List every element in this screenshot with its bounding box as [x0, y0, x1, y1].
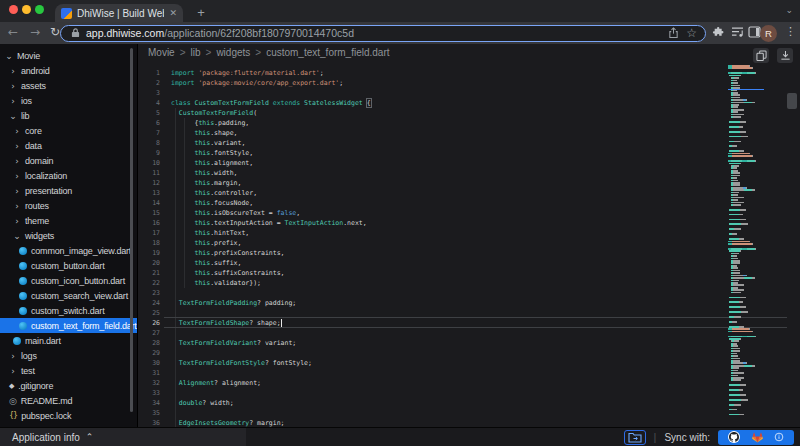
tree-item-common-image-view-dart[interactable]: common_image_view.dart	[0, 243, 137, 258]
editor-scrollbar-thumb[interactable]	[787, 93, 797, 109]
minimap-bar	[733, 80, 737, 82]
tree-item-android[interactable]: ›android	[0, 63, 137, 78]
minimap[interactable]	[728, 65, 764, 422]
tree-item--gitignore[interactable]: ◆.gitignore	[0, 378, 137, 393]
code-line-5[interactable]: 5 CustomTextFormField(	[138, 108, 800, 118]
breadcrumb-item[interactable]: custom_text_form_field.dart	[266, 47, 389, 58]
tree-item-data[interactable]: ›data	[0, 138, 137, 153]
breadcrumb-item[interactable]: lib	[191, 47, 201, 58]
maximize-window-button[interactable]	[35, 5, 44, 14]
code-line-13[interactable]: 13 this.controller,	[138, 188, 800, 198]
tree-item-theme[interactable]: ›theme	[0, 213, 137, 228]
tree-item-movie[interactable]: ⌄Movie	[0, 48, 137, 63]
window-chevron-icon[interactable]: ⌄	[785, 5, 793, 15]
code-line-32[interactable]: 32 Alignment? alignment;	[138, 378, 800, 388]
tree-item-test[interactable]: ›test	[0, 363, 137, 378]
code-line-28[interactable]: 28 TextFormFieldVariant? variant;	[138, 338, 800, 348]
code-token: ? alignment;	[214, 379, 261, 387]
tree-item-presentation[interactable]: ›presentation	[0, 183, 137, 198]
code-line-18[interactable]: 18 this.prefix,	[138, 238, 800, 248]
code-line-2[interactable]: 2import 'package:movie/core/app_export.d…	[138, 78, 800, 88]
tree-item-readme-md[interactable]: ◎README.md	[0, 393, 137, 408]
export-folder-button[interactable]	[624, 430, 646, 445]
line-number: 19	[138, 249, 160, 257]
code-token	[171, 109, 179, 117]
minimap-bar	[747, 72, 755, 74]
new-tab-button[interactable]: +	[192, 4, 210, 22]
address-bar[interactable]: app.dhiwise.com/application/62f208bf1807…	[60, 25, 706, 42]
tree-item-lib[interactable]: ⌄lib	[0, 108, 137, 123]
code-line-29[interactable]: 29	[138, 348, 800, 358]
url-domain: app.dhiwise.com	[86, 27, 164, 39]
bookmark-star-icon[interactable]: ☆	[686, 26, 697, 40]
sync-info-icon[interactable]	[774, 432, 784, 442]
breadcrumb-item[interactable]: widgets	[216, 47, 250, 58]
code-line-33[interactable]: 33	[138, 388, 800, 398]
code-line-23[interactable]: 23	[138, 288, 800, 298]
code-line-11[interactable]: 11 this.width,	[138, 168, 800, 178]
media-controls-icon[interactable]	[731, 26, 744, 38]
close-tab-icon[interactable]: ✕	[169, 8, 177, 18]
code-line-19[interactable]: 19 this.prefixConstraints,	[138, 248, 800, 258]
back-button[interactable]: ←	[8, 25, 18, 39]
gitlab-icon[interactable]	[751, 431, 764, 444]
code-line-4[interactable]: 4class CustomTextFormField extends State…	[138, 98, 800, 108]
tree-item-core[interactable]: ›core	[0, 123, 137, 138]
tree-item-main-dart[interactable]: main.dart	[0, 333, 137, 348]
forward-button[interactable]: →	[30, 25, 40, 39]
code-line-26[interactable]: 26 TextFormFieldShape? shape;	[138, 318, 800, 328]
download-code-button[interactable]	[777, 48, 793, 63]
tree-item-custom-switch-dart[interactable]: custom_switch.dart	[0, 303, 137, 318]
tree-item-logs[interactable]: ›logs	[0, 348, 137, 363]
code-line-3[interactable]: 3	[138, 88, 800, 98]
code-line-24[interactable]: 24 TextFormFieldPadding? padding;	[138, 298, 800, 308]
code-line-16[interactable]: 16 this.textInputAction = TextInputActio…	[138, 218, 800, 228]
code-line-30[interactable]: 30 TextFormFieldFontStyle? fontStyle;	[138, 358, 800, 368]
breadcrumb-item[interactable]: Movie	[148, 47, 175, 58]
extensions-puzzle-icon[interactable]	[712, 26, 725, 39]
code-line-15[interactable]: 15 this.isObscureText = false,	[138, 208, 800, 218]
tree-item-ios[interactable]: ›ios	[0, 93, 137, 108]
tree-item-custom-button-dart[interactable]: custom_button.dart	[0, 258, 137, 273]
minimize-window-button[interactable]	[22, 5, 31, 14]
tree-item-custom-icon-button-dart[interactable]: custom_icon_button.dart	[0, 273, 137, 288]
tree-item-custom-search-view-dart[interactable]: custom_search_view.dart	[0, 288, 137, 303]
browser-menu-icon[interactable]: ⋮	[785, 25, 796, 38]
minimap-bar	[752, 331, 753, 333]
code-line-22[interactable]: 22 this.validator});	[138, 278, 800, 288]
github-icon[interactable]	[728, 431, 740, 443]
code-line-20[interactable]: 20 this.suffix,	[138, 258, 800, 268]
code-line-9[interactable]: 9 this.fontStyle,	[138, 148, 800, 158]
code-line-10[interactable]: 10 this.alignment,	[138, 158, 800, 168]
browser-tab[interactable]: DhiWise | Build Web Apps & M ✕	[55, 4, 183, 22]
lock-icon[interactable]	[71, 28, 80, 38]
code-line-36[interactable]: 36 EdgeInsetsGeometry? margin;	[138, 418, 800, 427]
tree-item-assets[interactable]: ›assets	[0, 78, 137, 93]
profile-avatar[interactable]: R	[760, 25, 777, 42]
copy-code-button[interactable]	[753, 48, 769, 63]
code-line-7[interactable]: 7 this.shape,	[138, 128, 800, 138]
close-window-button[interactable]	[9, 5, 18, 14]
tree-item-localization[interactable]: ›localization	[0, 168, 137, 183]
code-line-35[interactable]: 35	[138, 408, 800, 418]
code-token: CustomTextFormField	[179, 109, 253, 117]
reload-button[interactable]: ↻	[50, 25, 60, 39]
tree-item-pubspec-lock[interactable]: {}pubspec.lock	[0, 408, 137, 423]
application-info-button[interactable]: Application info ⌃	[0, 428, 246, 446]
code-line-1[interactable]: 1import 'package:flutter/material.dart';	[138, 68, 800, 78]
code-line-6[interactable]: 6 {this.padding,	[138, 118, 800, 128]
code-line-12[interactable]: 12 this.margin,	[138, 178, 800, 188]
tree-item-domain[interactable]: ›domain	[0, 153, 137, 168]
code-line-31[interactable]: 31	[138, 368, 800, 378]
tree-item-widgets[interactable]: ⌄widgets	[0, 228, 137, 243]
code-line-34[interactable]: 34 double? width;	[138, 398, 800, 408]
code-line-21[interactable]: 21 this.suffixConstraints,	[138, 268, 800, 278]
tree-item-routes[interactable]: ›routes	[0, 198, 137, 213]
code-line-17[interactable]: 17 this.hintText,	[138, 228, 800, 238]
code-line-27[interactable]: 27	[138, 328, 800, 338]
code-line-8[interactable]: 8 this.variant,	[138, 138, 800, 148]
code-line-14[interactable]: 14 this.focusNode,	[138, 198, 800, 208]
tree-item-custom-text-form-field-dart[interactable]: custom_text_form_field.dart	[0, 318, 137, 333]
sidebar-scrollbar[interactable]	[130, 48, 133, 412]
share-icon[interactable]	[668, 27, 679, 39]
